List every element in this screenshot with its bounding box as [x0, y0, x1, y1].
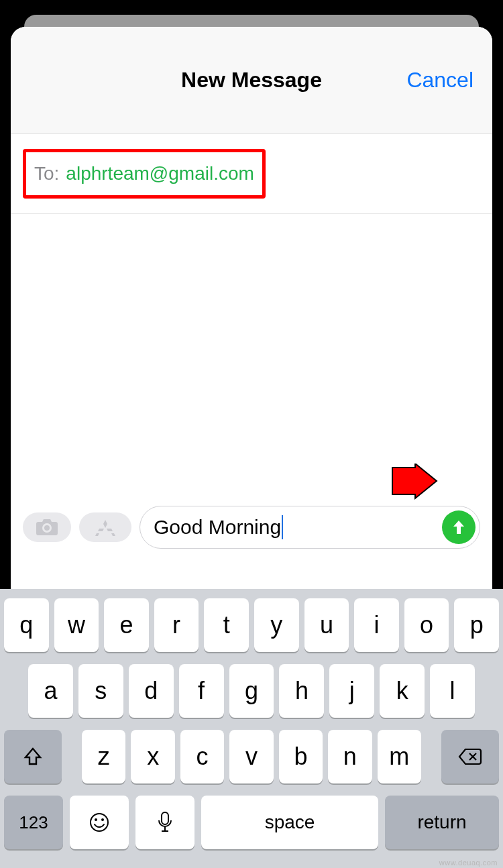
keyboard-row-bottom: 123 space return: [4, 796, 499, 849]
backspace-icon: [458, 748, 482, 765]
key-x[interactable]: x: [131, 730, 174, 783]
key-y[interactable]: y: [254, 598, 299, 652]
compose-bar: Good Morning: [11, 506, 492, 559]
key-l[interactable]: l: [430, 664, 475, 718]
key-u[interactable]: u: [304, 598, 349, 652]
key-r[interactable]: r: [154, 598, 199, 652]
to-recipient: alphrteam@gmail.com: [66, 163, 254, 184]
key-g[interactable]: g: [229, 664, 274, 718]
camera-icon: [35, 518, 59, 537]
key-delete[interactable]: [441, 730, 499, 783]
key-t[interactable]: t: [204, 598, 249, 652]
keyboard-row-1: q w e r t y u i o p: [4, 598, 499, 652]
svg-point-2: [95, 818, 97, 821]
keyboard-row-3: z x c v b n m: [4, 730, 499, 783]
to-field-row[interactable]: To: alphrteam@gmail.com: [11, 134, 492, 214]
key-b[interactable]: b: [279, 730, 323, 783]
key-v[interactable]: v: [229, 730, 273, 783]
key-p[interactable]: p: [454, 598, 499, 652]
key-space[interactable]: space: [201, 796, 378, 849]
conversation-area: [11, 214, 492, 506]
svg-rect-4: [162, 812, 168, 824]
camera-button[interactable]: [23, 512, 71, 542]
key-s[interactable]: s: [78, 664, 123, 718]
key-j[interactable]: j: [329, 664, 374, 718]
key-m[interactable]: m: [378, 730, 421, 783]
app-store-button[interactable]: [79, 512, 131, 542]
key-o[interactable]: o: [404, 598, 449, 652]
shift-icon: [23, 747, 43, 767]
emoji-icon: [89, 812, 110, 833]
device-frame: New Message Cancel To: alphrteam@gmail.c…: [0, 0, 503, 868]
key-c[interactable]: c: [180, 730, 224, 783]
message-input[interactable]: Good Morning: [139, 506, 480, 549]
to-label: To:: [34, 163, 59, 184]
key-e[interactable]: e: [104, 598, 149, 652]
app-store-icon: [92, 518, 119, 537]
key-numeric[interactable]: 123: [4, 796, 63, 849]
key-a[interactable]: a: [28, 664, 73, 718]
sheet-header: New Message Cancel: [11, 27, 492, 134]
text-caret: [282, 515, 283, 539]
key-q[interactable]: q: [4, 598, 49, 652]
key-f[interactable]: f: [179, 664, 224, 718]
keyboard-row-2: a s d f g h j k l: [4, 664, 499, 718]
key-i[interactable]: i: [354, 598, 399, 652]
keyboard: q w e r t y u i o p a s d f g h j k l: [0, 589, 503, 868]
message-text: Good Morning: [154, 516, 281, 539]
microphone-icon: [158, 811, 172, 834]
key-k[interactable]: k: [380, 664, 425, 718]
annotation-highlight: To: alphrteam@gmail.com: [23, 149, 266, 199]
key-d[interactable]: d: [129, 664, 174, 718]
key-emoji[interactable]: [70, 796, 129, 849]
key-w[interactable]: w: [54, 598, 99, 652]
page-title: New Message: [181, 68, 322, 93]
key-return[interactable]: return: [385, 796, 499, 849]
cancel-button[interactable]: Cancel: [406, 27, 473, 133]
send-button[interactable]: [442, 510, 476, 544]
arrow-up-icon: [449, 518, 468, 537]
key-h[interactable]: h: [279, 664, 324, 718]
svg-point-1: [91, 814, 108, 831]
key-dictation[interactable]: [135, 796, 194, 849]
key-shift[interactable]: [4, 730, 62, 783]
key-z[interactable]: z: [82, 730, 125, 783]
key-n[interactable]: n: [328, 730, 372, 783]
watermark: www.deuaq.com: [439, 859, 498, 867]
svg-point-3: [101, 818, 104, 821]
